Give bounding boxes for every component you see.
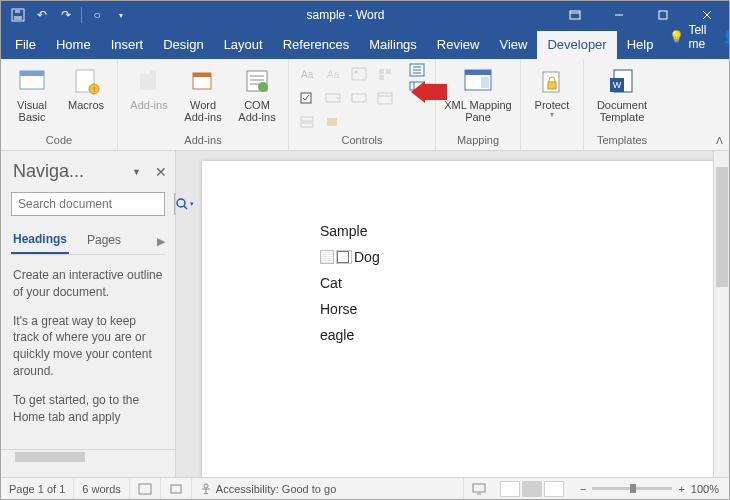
qat-customize-icon[interactable]: ▾: [112, 6, 130, 24]
xml-mapping-pane-button[interactable]: XML Mapping Pane: [442, 63, 514, 123]
nav-tab-headings[interactable]: Headings: [11, 228, 69, 254]
nav-tab-pages[interactable]: Pages: [85, 229, 123, 253]
macros-icon: !: [70, 65, 102, 97]
tab-help[interactable]: Help: [617, 31, 664, 59]
vertical-scrollbar[interactable]: [713, 151, 729, 477]
status-accessibility[interactable]: Accessibility: Good to go: [192, 478, 344, 499]
status-display-settings-icon[interactable]: [463, 478, 494, 499]
tab-references[interactable]: References: [273, 31, 359, 59]
save-icon[interactable]: [9, 6, 27, 24]
tell-me[interactable]: 💡Tell me: [663, 19, 712, 55]
nav-hscrollbar[interactable]: [1, 449, 175, 463]
svg-rect-32: [352, 94, 366, 102]
document-content[interactable]: Sample Dog Cat Horse eagle: [320, 223, 380, 353]
minimize-button[interactable]: [597, 1, 641, 29]
undo-icon[interactable]: ↶: [33, 6, 51, 24]
nav-help-1: Create an interactive outline of your do…: [13, 267, 163, 301]
zoom-level[interactable]: 100%: [691, 483, 719, 495]
svg-rect-46: [481, 77, 489, 88]
group-addins: Add-ins Word Add-ins COM Add-ins Add-ins: [118, 59, 289, 150]
building-block-control-icon[interactable]: [373, 63, 397, 85]
word-addins-button[interactable]: Word Add-ins: [178, 63, 228, 123]
document-area[interactable]: Sample Dog Cat Horse eagle: [176, 151, 729, 477]
macros-button[interactable]: ! Macros: [61, 63, 111, 111]
svg-rect-17: [193, 73, 211, 77]
checkbox-content-control[interactable]: [336, 250, 352, 264]
svg-rect-2: [15, 10, 20, 13]
word-addins-label: Word Add-ins: [178, 99, 228, 123]
plain-text-control-icon[interactable]: Aa: [321, 63, 345, 85]
nav-search[interactable]: ▾: [11, 192, 165, 216]
properties-icon[interactable]: [405, 63, 429, 77]
doc-line[interactable]: Dog: [354, 249, 380, 265]
visual-basic-button[interactable]: Visual Basic: [7, 63, 57, 123]
tab-review[interactable]: Review: [427, 31, 490, 59]
quick-access-toolbar: ↶ ↷ ○ ▾: [1, 6, 138, 24]
svg-rect-35: [301, 117, 313, 121]
document-template-label: Document Template: [590, 99, 654, 123]
dropdown-control-icon[interactable]: [347, 87, 371, 109]
tab-file[interactable]: File: [5, 31, 46, 59]
checkbox-control-icon[interactable]: [295, 87, 319, 109]
document-page[interactable]: Sample Dog Cat Horse eagle: [202, 161, 729, 477]
checkbox-icon[interactable]: [337, 251, 349, 263]
svg-rect-3: [570, 11, 580, 19]
nav-tabs: Headings Pages ▶: [11, 228, 165, 255]
tab-developer[interactable]: Developer: [537, 31, 616, 59]
zoom-slider[interactable]: [592, 487, 672, 490]
addins-button[interactable]: Add-ins: [124, 63, 174, 111]
doc-line[interactable]: Sample: [320, 223, 380, 239]
xml-mapping-label: XML Mapping Pane: [442, 99, 514, 123]
tab-view[interactable]: View: [489, 31, 537, 59]
tab-home[interactable]: Home: [46, 31, 101, 59]
group-protect: Protect ▾: [521, 59, 584, 150]
ribbon-display-options[interactable]: [553, 1, 597, 29]
search-input[interactable]: [12, 197, 174, 211]
status-words[interactable]: 6 words: [74, 478, 130, 499]
tab-design[interactable]: Design: [153, 31, 213, 59]
redo-icon[interactable]: ↷: [57, 6, 75, 24]
date-picker-control-icon[interactable]: [373, 87, 397, 109]
nav-tab-more-icon[interactable]: ▶: [157, 235, 165, 248]
picture-control-icon[interactable]: [347, 63, 371, 85]
svg-point-22: [258, 82, 268, 92]
window-title: sample - Word: [138, 8, 553, 22]
repeating-section-icon[interactable]: [295, 111, 319, 133]
zoom-out-icon[interactable]: −: [580, 483, 586, 495]
lightbulb-icon: 💡: [669, 30, 684, 44]
legacy-tools-icon[interactable]: [321, 111, 345, 133]
svg-rect-37: [327, 118, 337, 126]
document-template-button[interactable]: W Document Template: [590, 63, 654, 123]
nav-dropdown-icon[interactable]: ▼: [132, 167, 141, 177]
more-controls-icon[interactable]: [373, 111, 397, 133]
collapse-ribbon-icon[interactable]: ᐱ: [716, 135, 723, 146]
nav-close-icon[interactable]: ✕: [155, 164, 167, 180]
zoom-in-icon[interactable]: +: [678, 483, 684, 495]
print-layout-icon[interactable]: [522, 481, 542, 497]
web-layout-icon[interactable]: [544, 481, 564, 497]
content-control-handle-icon[interactable]: [320, 250, 334, 264]
com-addins-button[interactable]: COM Add-ins: [232, 63, 282, 123]
svg-text:W: W: [613, 80, 622, 90]
doc-checkbox-line[interactable]: Dog: [320, 249, 380, 265]
protect-button[interactable]: Protect ▾: [527, 63, 577, 120]
status-language-icon[interactable]: [130, 478, 161, 499]
doc-line[interactable]: Cat: [320, 275, 380, 291]
design-mode-icon[interactable]: [347, 111, 371, 133]
rich-text-control-icon[interactable]: Aa: [295, 63, 319, 85]
read-mode-icon[interactable]: [500, 481, 520, 497]
touch-mode-icon[interactable]: ○: [88, 6, 106, 24]
tab-insert[interactable]: Insert: [101, 31, 154, 59]
status-page[interactable]: Page 1 of 1: [1, 478, 74, 499]
combobox-control-icon[interactable]: [321, 87, 345, 109]
xml-mapping-icon: [462, 65, 494, 97]
doc-line[interactable]: eagle: [320, 327, 380, 343]
zoom-controls: − + 100%: [570, 483, 729, 495]
tab-layout[interactable]: Layout: [214, 31, 273, 59]
tab-mailings[interactable]: Mailings: [359, 31, 427, 59]
share-button[interactable]: 👤Share: [716, 26, 730, 48]
svg-text:!: !: [93, 85, 95, 94]
macros-label: Macros: [68, 99, 104, 111]
doc-line[interactable]: Horse: [320, 301, 380, 317]
status-macro-icon[interactable]: [161, 478, 192, 499]
